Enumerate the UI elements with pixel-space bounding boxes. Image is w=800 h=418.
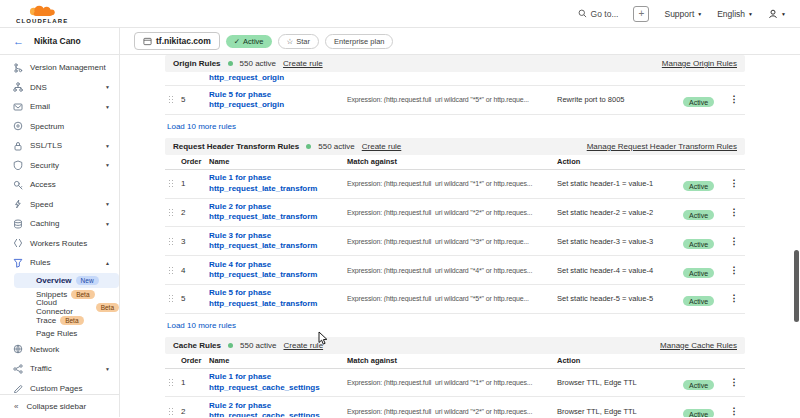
drag-handle-icon[interactable] bbox=[168, 407, 174, 416]
rule-row: 1 Rule 1 for phasehttp_request_late_tran… bbox=[165, 170, 745, 199]
back-arrow[interactable]: ← bbox=[13, 35, 24, 47]
drag-handle-icon[interactable] bbox=[168, 266, 174, 275]
section-title: Request Header Transform Rules bbox=[173, 142, 299, 151]
cloudflare-cloud-icon bbox=[26, 4, 58, 17]
drag-handle-icon[interactable] bbox=[168, 208, 174, 217]
cloudflare-dashboard: CLOUDFLARE Go to... + Support ▼ English … bbox=[0, 0, 800, 418]
status-badge: Active bbox=[683, 409, 714, 417]
domain-selector[interactable]: tf.nikitac.com bbox=[134, 32, 220, 50]
chevron-down-icon: ▼ bbox=[748, 11, 753, 17]
status-badge: Active bbox=[683, 296, 714, 306]
drag-handle-icon[interactable] bbox=[168, 378, 174, 387]
rule-name-link[interactable]: Rule 5 for phase http_request_origin bbox=[209, 90, 347, 111]
domain-status-badge: ✓ Active bbox=[226, 35, 272, 48]
sidebar-item-dns[interactable]: DNS ▼ bbox=[0, 78, 119, 98]
rule-expression: Expression: (http.request.full_uri wildc… bbox=[347, 209, 557, 216]
rule-expression: Expression: (http.request.full_uri wildc… bbox=[347, 180, 557, 187]
manage-cache-rules-link[interactable]: Manage Cache Rules bbox=[660, 341, 737, 350]
account-menu[interactable]: ▼ bbox=[768, 9, 786, 19]
rule-name-link[interactable]: Rule 2 for phasehttp_request_late_transf… bbox=[209, 202, 347, 223]
sidebar-item-traffic[interactable]: Traffic ▼ bbox=[0, 359, 119, 379]
globe-icon bbox=[13, 344, 23, 354]
main-content: Origin Rules 550 active Create rule Mana… bbox=[120, 55, 800, 417]
share-nodes-icon bbox=[13, 364, 23, 374]
drag-handle-icon[interactable] bbox=[168, 294, 174, 303]
rule-name-link[interactable]: Rule 4 for phasehttp_request_late_transf… bbox=[209, 260, 347, 281]
sidebar-item-access[interactable]: Access bbox=[0, 175, 119, 195]
sidebar-item-network[interactable]: Network bbox=[0, 340, 119, 360]
kebab-menu-icon[interactable]: ⋮ bbox=[727, 407, 741, 416]
sidebar-item-version-management[interactable]: Version Management bbox=[0, 58, 119, 78]
sidebar-item-email[interactable]: Email ▼ bbox=[0, 97, 119, 117]
create-rule-link[interactable]: Create rule bbox=[284, 341, 324, 350]
kebab-menu-icon[interactable]: ⋮ bbox=[727, 179, 741, 188]
sidebar-item-caching[interactable]: Caching ▼ bbox=[0, 214, 119, 234]
cloudflare-logo[interactable]: CLOUDFLARE bbox=[16, 4, 68, 24]
support-menu[interactable]: Support ▼ bbox=[664, 9, 702, 19]
rule-expression: Expression: (http.request.full_uri wildc… bbox=[347, 238, 557, 245]
kebab-menu-icon[interactable]: ⋮ bbox=[727, 266, 741, 275]
rule-action: Browser TTL, Edge TTL bbox=[557, 378, 683, 387]
sidebar-item-ssl-tls[interactable]: SSL/TLS ▼ bbox=[0, 136, 119, 156]
sidebar-item-rules-overview[interactable]: Overview New bbox=[14, 273, 119, 288]
sidebar-item-spectrum[interactable]: Spectrum bbox=[0, 117, 119, 137]
cloudflare-logo-text: CLOUDFLARE bbox=[16, 18, 68, 24]
beta-badge: Beta bbox=[96, 303, 119, 312]
rule-name-link[interactable]: Rule 5 for phasehttp_request_late_transf… bbox=[209, 288, 347, 309]
goto-search[interactable]: Go to... bbox=[578, 9, 619, 19]
top-header-menu: Go to... + Support ▼ English ▼ ▼ bbox=[578, 6, 786, 22]
manage-request-header-transform-rules-link[interactable]: Manage Request Header Transform Rules bbox=[587, 142, 737, 151]
chevron-down-icon: ▼ bbox=[781, 11, 786, 17]
rule-name-link[interactable]: http_request_origin bbox=[209, 73, 347, 83]
language-menu[interactable]: English ▼ bbox=[717, 9, 753, 19]
site-icon bbox=[143, 37, 152, 46]
rule-name-link[interactable]: Rule 3 for phasehttp_request_late_transf… bbox=[209, 231, 347, 252]
sidebar-item-rules[interactable]: Rules ▲ bbox=[0, 253, 119, 273]
dns-icon bbox=[13, 82, 23, 92]
sidebar-item-workers-routes[interactable]: Workers Routes bbox=[0, 234, 119, 254]
rule-row-partial: http_request_origin bbox=[165, 72, 745, 86]
support-label: Support bbox=[664, 9, 694, 19]
collapse-sidebar-button[interactable]: « Collapse sidebar bbox=[0, 394, 119, 417]
kebab-menu-icon[interactable]: ⋮ bbox=[727, 95, 741, 104]
rule-expression: Expression: (http.request.full_uri wildc… bbox=[347, 295, 557, 302]
database-icon bbox=[13, 219, 23, 229]
load-more-origin-link[interactable]: Load 10 more rules bbox=[165, 118, 236, 134]
key-icon bbox=[13, 180, 23, 190]
chevron-down-icon: ▼ bbox=[105, 366, 110, 372]
sidebar-item-rules-cloud-connector[interactable]: Cloud Connector Beta bbox=[0, 301, 119, 314]
kebab-menu-icon[interactable]: ⋮ bbox=[727, 237, 741, 246]
create-rule-link[interactable]: Create rule bbox=[283, 59, 323, 68]
status-badge: Active bbox=[683, 239, 714, 249]
kebab-menu-icon[interactable]: ⋮ bbox=[727, 378, 741, 387]
funnel-icon bbox=[13, 258, 23, 268]
drag-handle-icon[interactable] bbox=[168, 237, 174, 246]
manage-origin-rules-link[interactable]: Manage Origin Rules bbox=[662, 59, 737, 68]
drag-handle-icon[interactable] bbox=[168, 179, 174, 188]
collapse-icon: « bbox=[14, 402, 18, 411]
rule-name-link[interactable]: Rule 1 for phasehttp_request_cache_setti… bbox=[209, 372, 347, 393]
kebab-menu-icon[interactable]: ⋮ bbox=[727, 208, 741, 217]
rule-expression: Expression: (http.request.full_uri wildc… bbox=[347, 379, 557, 386]
rule-name-link[interactable]: Rule 2 for phasehttp_request_cache_setti… bbox=[209, 401, 347, 417]
kebab-menu-icon[interactable]: ⋮ bbox=[727, 294, 741, 303]
rule-action: Browser TTL, Edge TTL bbox=[557, 407, 683, 416]
add-button[interactable]: + bbox=[633, 6, 649, 22]
sidebar-item-rules-page-rules[interactable]: Page Rules bbox=[0, 327, 119, 340]
status-badge: Active bbox=[683, 97, 714, 107]
table-column-header: Order Name Match against Action bbox=[165, 354, 745, 369]
rule-name-link[interactable]: Rule 1 for phasehttp_request_late_transf… bbox=[209, 173, 347, 194]
account-bar: ← Nikita Cano tf.nikitac.com ✓ Active ☆ … bbox=[0, 28, 800, 55]
brush-icon bbox=[13, 383, 23, 393]
create-rule-link[interactable]: Create rule bbox=[362, 142, 402, 151]
sidebar-item-speed[interactable]: Speed ▼ bbox=[0, 195, 119, 215]
star-button[interactable]: ☆ Star bbox=[278, 34, 320, 49]
vertical-scrollbar-thumb[interactable] bbox=[794, 250, 799, 322]
new-badge: New bbox=[76, 276, 99, 285]
chevron-up-icon: ▲ bbox=[105, 260, 110, 266]
load-more-transform-link[interactable]: Load 10 more rules bbox=[165, 317, 236, 333]
drag-handle-icon[interactable] bbox=[168, 95, 174, 104]
sidebar-item-security[interactable]: Security ▼ bbox=[0, 156, 119, 176]
origin-rules-header: Origin Rules 550 active Create rule Mana… bbox=[165, 55, 745, 72]
rule-row: 1 Rule 1 for phasehttp_request_cache_set… bbox=[165, 369, 745, 398]
